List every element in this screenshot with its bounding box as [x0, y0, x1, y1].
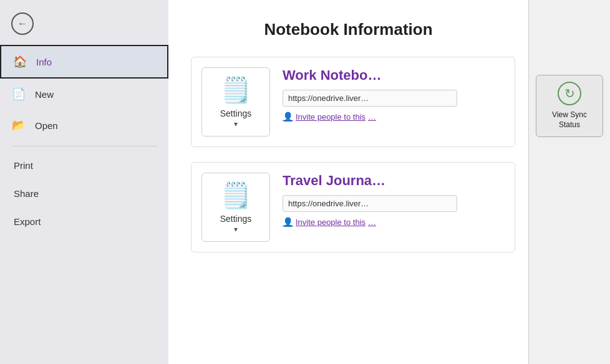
back-icon: ← [11, 12, 34, 35]
notebook-name-work: Work Notebo… [283, 67, 505, 84]
invite-link-work[interactable]: 👤 Invite people to this… [283, 112, 505, 122]
sidebar-label-info: Info [36, 57, 52, 67]
right-panel: ↻ View Sync Status [529, 0, 610, 364]
sidebar-label-open: Open [35, 120, 58, 131]
sync-button-label: View Sync Status [552, 110, 587, 130]
chevron-down-icon-travel: ▾ [234, 225, 238, 234]
invite-link-travel[interactable]: 👤 Invite people to this… [283, 217, 505, 227]
sidebar-label-print: Print [14, 160, 33, 171]
settings-button-work[interactable]: 🗒️ Settings ▾ [201, 67, 270, 136]
chevron-down-icon-work: ▾ [234, 120, 238, 128]
sidebar-divider [11, 146, 157, 146]
sidebar-item-open[interactable]: 📂 Open [0, 110, 168, 141]
notebook-card-work: 🗒️ Settings ▾ Work Notebo… https://onedr… [191, 57, 515, 147]
notebook-details-work: Work Notebo… https://onedrive.liver… 👤 I… [283, 67, 505, 122]
sidebar-item-print[interactable]: Print [0, 151, 168, 180]
sidebar: ← 🏠 Info 📄 New 📂 Open Print Share Export [0, 0, 168, 364]
main-content: Notebook Information 🗒️ Settings ▾ Work … [168, 0, 528, 364]
notebook-icon-work: 🗒️ [220, 75, 251, 105]
notebook-details-travel: Travel Journa… https://onedrive.liver… 👤… [283, 173, 505, 227]
notebook-url-travel[interactable]: https://onedrive.liver… [283, 195, 457, 212]
notebook-url-work[interactable]: https://onedrive.liver… [283, 90, 457, 107]
back-button[interactable]: ← [0, 5, 168, 42]
sidebar-label-share: Share [14, 188, 39, 199]
sync-icon: ↻ [558, 82, 581, 105]
page-title: Notebook Information [191, 20, 506, 39]
view-sync-status-button[interactable]: ↻ View Sync Status [536, 75, 603, 137]
notebook-icon-travel: 🗒️ [220, 181, 251, 210]
sidebar-item-share[interactable]: Share [0, 180, 168, 208]
open-icon: 📂 [11, 118, 26, 132]
invite-icon-travel: 👤 [283, 217, 293, 227]
sidebar-item-info[interactable]: 🏠 Info [0, 45, 168, 79]
notebook-card-travel: 🗒️ Settings ▾ Travel Journa… https://one… [191, 162, 515, 252]
new-icon: 📄 [11, 87, 26, 101]
notebook-name-travel: Travel Journa… [283, 173, 505, 189]
sidebar-item-new[interactable]: 📄 New [0, 79, 168, 110]
settings-label-work: Settings [220, 108, 252, 118]
sidebar-label-export: Export [14, 216, 41, 227]
settings-label-travel: Settings [220, 214, 252, 224]
home-icon: 🏠 [12, 55, 27, 69]
invite-icon-work: 👤 [283, 112, 293, 122]
sidebar-label-new: New [35, 89, 54, 100]
settings-button-travel[interactable]: 🗒️ Settings ▾ [201, 173, 270, 242]
sidebar-item-export[interactable]: Export [0, 208, 168, 236]
